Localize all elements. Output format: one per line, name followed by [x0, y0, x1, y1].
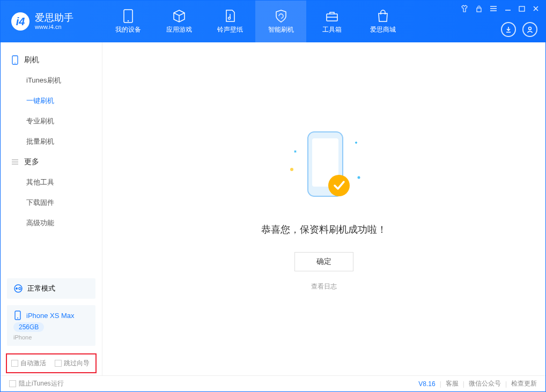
checkbox-label: 阻止iTunes运行	[19, 379, 64, 388]
nav-store[interactable]: 爱思商城	[357, 1, 408, 42]
nav-label: 智能刷机	[268, 25, 294, 34]
sidebar-group-title: 刷机	[24, 55, 39, 65]
cube-icon	[172, 9, 186, 23]
footer-right: V8.16 | 客服 | 微信公众号 | 检查更新	[418, 379, 537, 388]
mode-icon	[13, 284, 23, 293]
menu-icon[interactable]	[490, 5, 497, 12]
storage-badge: 256GB	[13, 322, 44, 332]
nav-label: 应用游戏	[166, 25, 192, 34]
svg-point-11	[19, 287, 21, 290]
ok-button[interactable]: 确定	[294, 252, 353, 271]
view-log-link[interactable]: 查看日志	[311, 282, 337, 291]
sidebar: 刷机 iTunes刷机 一键刷机 专业刷机 批量刷机 更多 其他工具 下载固件 …	[1, 42, 102, 375]
sidebar-group-title: 更多	[24, 157, 39, 167]
svg-rect-5	[519, 6, 525, 11]
footer: 阻止iTunes运行 V8.16 | 客服 | 微信公众号 | 检查更新	[1, 375, 545, 391]
toolbox-icon	[325, 9, 339, 23]
list-icon	[11, 158, 19, 166]
shirt-icon[interactable]	[461, 5, 468, 12]
svg-rect-4	[477, 8, 481, 12]
phone-icon	[11, 55, 19, 65]
version-label: V8.16	[418, 380, 435, 388]
device-name: iPhone XS Max	[26, 312, 75, 320]
separator: |	[505, 380, 507, 388]
sidebar-group-flash: 刷机	[1, 50, 102, 70]
block-itunes-checkbox[interactable]: 阻止iTunes运行	[9, 379, 64, 388]
nav-toolbox[interactable]: 工具箱	[306, 1, 357, 42]
checkbox-icon	[9, 380, 16, 387]
footer-left: 阻止iTunes运行	[9, 379, 64, 388]
sidebar-item-download-firmware[interactable]: 下载固件	[1, 193, 102, 213]
skip-guide-checkbox[interactable]: 跳过向导	[55, 359, 90, 368]
device-type: iPhone	[13, 334, 32, 341]
body-area: 刷机 iTunes刷机 一键刷机 专业刷机 批量刷机 更多 其他工具 下载固件 …	[1, 42, 545, 375]
auto-activate-checkbox[interactable]: 自动激活	[11, 359, 46, 368]
nav-label: 爱思商城	[370, 25, 396, 34]
svg-point-10	[16, 287, 18, 290]
close-icon[interactable]	[533, 5, 539, 12]
nav-label: 铃声壁纸	[217, 25, 243, 34]
nav-smart-flash[interactable]: 智能刷机	[255, 1, 306, 42]
separator: |	[463, 380, 464, 388]
header-actions	[501, 22, 537, 37]
app-title: 爱思助手	[35, 13, 73, 24]
success-message: 恭喜您，保资料刷机成功啦！	[261, 223, 387, 236]
sidebar-item-batch-flash[interactable]: 批量刷机	[1, 131, 102, 152]
footer-link-wechat[interactable]: 微信公众号	[469, 379, 501, 388]
checkbox-icon	[55, 360, 62, 367]
shield-sync-icon	[274, 9, 288, 23]
minimize-icon[interactable]	[505, 5, 511, 12]
top-nav: 我的设备 应用游戏 铃声壁纸 智能刷机 工具箱 爱思商城	[102, 1, 408, 42]
sidebar-item-pro-flash[interactable]: 专业刷机	[1, 111, 102, 131]
download-button[interactable]	[501, 22, 516, 37]
bag-icon	[376, 9, 390, 23]
nav-apps-games[interactable]: 应用游戏	[153, 1, 204, 42]
app-logo-icon: i4	[11, 12, 29, 31]
mode-box[interactable]: 正常模式	[7, 278, 95, 299]
svg-point-1	[127, 20, 128, 21]
nav-label: 工具箱	[322, 25, 342, 34]
footer-link-support[interactable]: 客服	[446, 379, 459, 388]
app-subtitle: www.i4.cn	[35, 24, 73, 30]
separator: |	[440, 380, 441, 388]
music-file-icon	[223, 9, 237, 23]
checkbox-icon	[11, 360, 18, 367]
nav-label: 我的设备	[115, 25, 141, 34]
sidebar-item-itunes-flash[interactable]: iTunes刷机	[1, 70, 102, 91]
nav-ringtones-wallpapers[interactable]: 铃声壁纸	[204, 1, 255, 42]
sidebar-item-other-tools[interactable]: 其他工具	[1, 172, 102, 193]
window-controls	[461, 5, 539, 12]
sidebar-group-more: 更多	[1, 152, 102, 172]
checkbox-label: 自动激活	[20, 359, 46, 368]
main-content: 恭喜您，保资料刷机成功啦！ 确定 查看日志	[102, 42, 545, 375]
mode-label: 正常模式	[27, 284, 55, 293]
header: i4 爱思助手 www.i4.cn 我的设备 应用游戏 铃声壁纸 智能刷机 工具…	[1, 1, 545, 42]
lock-icon[interactable]	[476, 5, 482, 12]
success-illustration	[292, 127, 356, 207]
device-phone-icon	[13, 310, 22, 320]
device-icon	[121, 9, 135, 23]
svg-point-8	[14, 63, 16, 64]
svg-point-13	[17, 317, 18, 319]
sidebar-item-oneclick-flash[interactable]: 一键刷机	[1, 91, 102, 111]
logo-area: i4 爱思助手 www.i4.cn	[1, 12, 102, 31]
footer-link-update[interactable]: 检查更新	[511, 379, 537, 388]
svg-point-14	[290, 168, 293, 171]
checkbox-label: 跳过向导	[64, 359, 90, 368]
flash-options-row: 自动激活 跳过向导	[6, 353, 97, 373]
maximize-icon[interactable]	[519, 5, 525, 12]
user-button[interactable]	[522, 22, 537, 37]
sidebar-item-advanced[interactable]: 高级功能	[1, 213, 102, 233]
svg-point-2	[228, 17, 230, 19]
svg-point-18	[328, 175, 350, 196]
device-box[interactable]: iPhone XS Max 256GB iPhone	[7, 305, 95, 346]
svg-point-6	[529, 27, 532, 30]
svg-point-15	[358, 176, 360, 179]
logo-text: 爱思助手 www.i4.cn	[35, 13, 73, 30]
nav-my-device[interactable]: 我的设备	[102, 1, 153, 42]
